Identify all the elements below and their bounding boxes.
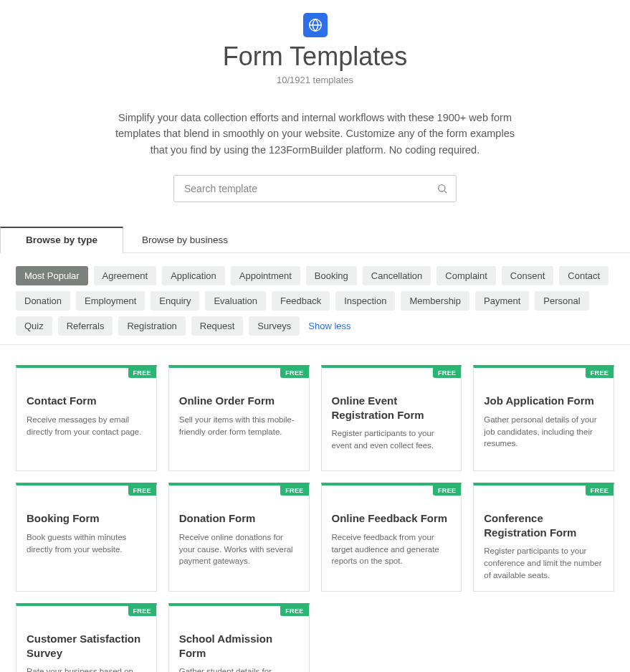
chip-surveys[interactable]: Surveys [249, 316, 300, 336]
card-description: Gather student details for admission in … [179, 666, 299, 672]
free-badge: FREE [280, 486, 308, 496]
template-card[interactable]: FREEOnline Feedback FormReceive feedback… [321, 483, 462, 592]
chip-personal[interactable]: Personal [535, 291, 588, 311]
card-description: Sell your items with this mobile-friendl… [179, 414, 299, 437]
template-card[interactable]: FREESchool Admission FormGather student … [168, 603, 310, 672]
chip-feedback[interactable]: Feedback [272, 291, 330, 311]
chip-employment[interactable]: Employment [76, 291, 145, 311]
card-description: Receive online donations for your cause.… [179, 531, 299, 567]
filter-chips: Most PopularAgreementApplicationAppointm… [0, 253, 630, 345]
card-title: Donation Form [179, 511, 299, 526]
card-description: Receive messages by email directly from … [27, 414, 146, 437]
card-description: Rate your business based on how satisfie… [27, 666, 146, 672]
globe-icon [303, 13, 328, 37]
template-count: 10/1921 templates [0, 75, 630, 85]
chip-most-popular[interactable]: Most Popular [16, 266, 88, 285]
card-title: Online Event Registration Form [332, 394, 452, 422]
chip-membership[interactable]: Membership [401, 291, 469, 311]
free-badge: FREE [128, 486, 156, 496]
card-title: School Admission Form [179, 632, 299, 660]
card-title: Online Feedback Form [332, 511, 452, 526]
tab-browse-by-business[interactable]: Browse by business [123, 227, 247, 252]
free-badge: FREE [280, 368, 308, 378]
free-badge: FREE [128, 368, 156, 378]
chip-contact[interactable]: Contact [559, 266, 608, 285]
card-description: Receive feedback from your target audien… [332, 531, 452, 567]
card-description: Book guests within minutes directly from… [27, 531, 146, 555]
card-title: Booking Form [27, 511, 146, 526]
page-title: Form Templates [0, 42, 630, 72]
tabs: Browse by typeBrowse by business [0, 227, 630, 253]
search-icon[interactable] [436, 183, 448, 194]
search-input[interactable] [173, 175, 457, 202]
card-title: Online Order Form [179, 394, 299, 408]
svg-point-1 [439, 185, 445, 191]
template-card[interactable]: FREEOnline Event Registration FormRegist… [321, 365, 462, 471]
chip-booking[interactable]: Booking [306, 266, 357, 285]
chip-agreement[interactable]: Agreement [94, 266, 157, 285]
card-description: Register participants to your event and … [332, 427, 452, 451]
chip-application[interactable]: Application [162, 266, 225, 285]
chip-quiz[interactable]: Quiz [16, 316, 52, 336]
template-card[interactable]: FREEOnline Order FormSell your items wit… [168, 365, 310, 471]
template-card[interactable]: FREEJob Application FormGather personal … [473, 365, 614, 471]
chip-enquiry[interactable]: Enquiry [151, 291, 199, 311]
free-badge: FREE [433, 368, 461, 378]
template-card[interactable]: FREEDonation FormReceive online donation… [168, 483, 310, 592]
chip-evaluation[interactable]: Evaluation [205, 291, 266, 311]
template-card[interactable]: FREEContact FormReceive messages by emai… [16, 365, 157, 471]
card-description: Register participants to your conference… [484, 545, 603, 581]
card-title: Contact Form [27, 394, 146, 408]
chip-registration[interactable]: Registration [118, 316, 185, 336]
free-badge: FREE [433, 486, 461, 496]
chip-cancellation[interactable]: Cancellation [363, 266, 431, 285]
template-card[interactable]: FREEBooking FormBook guests within minut… [16, 483, 157, 592]
chip-complaint[interactable]: Complaint [436, 266, 496, 285]
chip-donation[interactable]: Donation [16, 291, 70, 311]
template-cards: FREEContact FormReceive messages by emai… [0, 345, 630, 672]
chip-inspection[interactable]: Inspection [335, 291, 395, 311]
free-badge: FREE [128, 606, 156, 616]
free-badge: FREE [586, 486, 614, 496]
chip-appointment[interactable]: Appointment [231, 266, 300, 285]
card-title: Job Application Form [484, 394, 603, 408]
chip-referrals[interactable]: Referrals [58, 316, 113, 336]
tab-browse-by-type[interactable]: Browse by type [0, 227, 123, 253]
card-title: Customer Satisfaction Survey [27, 632, 146, 660]
free-badge: FREE [280, 606, 308, 616]
card-description: Gather personal details of your job cand… [484, 414, 603, 450]
page-description: Simplify your data collection efforts an… [115, 110, 516, 158]
template-card[interactable]: FREEConference Registration FormRegister… [473, 483, 614, 592]
free-badge: FREE [586, 368, 614, 378]
show-less-link[interactable]: Show less [305, 316, 353, 336]
chip-payment[interactable]: Payment [475, 291, 529, 311]
card-title: Conference Registration Form [484, 511, 603, 539]
template-card[interactable]: FREECustomer Satisfaction SurveyRate you… [16, 603, 157, 672]
chip-consent[interactable]: Consent [502, 266, 553, 285]
chip-request[interactable]: Request [191, 316, 243, 336]
